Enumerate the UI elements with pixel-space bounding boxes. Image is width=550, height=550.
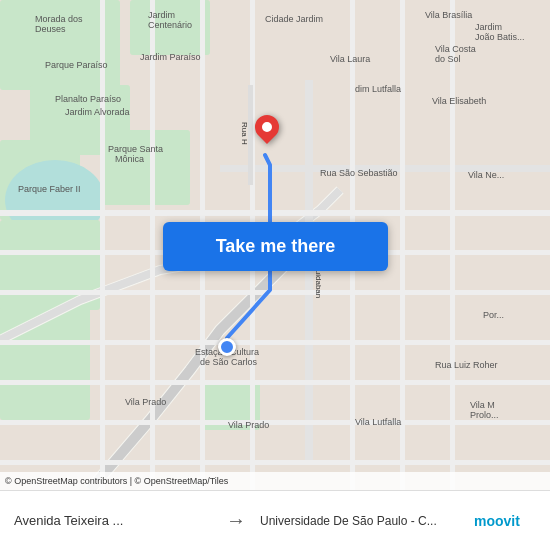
bottom-navigation-bar: Avenida Teixeira ... → Universidade De S… xyxy=(0,490,550,550)
svg-rect-27 xyxy=(100,0,105,490)
svg-text:Jardim Alvorada: Jardim Alvorada xyxy=(65,107,130,117)
svg-text:Por...: Por... xyxy=(483,310,504,320)
svg-text:Parque Santa: Parque Santa xyxy=(108,144,163,154)
svg-text:Vila Laura: Vila Laura xyxy=(330,54,370,64)
svg-text:Deuses: Deuses xyxy=(35,24,66,34)
svg-text:Vila Prado: Vila Prado xyxy=(228,420,269,430)
svg-text:Rua H: Rua H xyxy=(240,122,249,145)
svg-text:Planalto Paraíso: Planalto Paraíso xyxy=(55,94,121,104)
svg-text:Parque Faber II: Parque Faber II xyxy=(18,184,81,194)
svg-text:Rua Luiz Roher: Rua Luiz Roher xyxy=(435,360,498,370)
take-me-there-button[interactable]: Take me there xyxy=(163,222,388,271)
current-location-marker xyxy=(218,338,236,356)
svg-text:de São Carlos: de São Carlos xyxy=(200,357,258,367)
svg-rect-16 xyxy=(0,290,550,295)
moovit-logo: moovit xyxy=(464,506,542,536)
svg-rect-25 xyxy=(450,0,455,490)
svg-text:Vila Costa: Vila Costa xyxy=(435,44,476,54)
map-container: Morada dos Deuses Jardim Centenário Cida… xyxy=(0,0,550,490)
from-location: Avenida Teixeira ... xyxy=(8,513,218,528)
svg-rect-17 xyxy=(0,340,550,345)
attribution-text: © OpenStreetMap contributors | © OpenStr… xyxy=(5,476,228,486)
moovit-logo-svg: moovit xyxy=(472,506,542,536)
svg-text:João Batis...: João Batis... xyxy=(475,32,525,42)
svg-text:Cidade Jardim: Cidade Jardim xyxy=(265,14,323,24)
svg-text:Morada dos: Morada dos xyxy=(35,14,83,24)
svg-text:Vila Brasília: Vila Brasília xyxy=(425,10,472,20)
svg-text:do Sol: do Sol xyxy=(435,54,461,64)
svg-text:Parque Paraíso: Parque Paraíso xyxy=(45,60,108,70)
svg-text:Jardim Paraíso: Jardim Paraíso xyxy=(140,52,201,62)
map-attribution: © OpenStreetMap contributors | © OpenStr… xyxy=(0,472,550,490)
svg-text:Vila Lutfalla: Vila Lutfalla xyxy=(355,417,401,427)
svg-text:Mônica: Mônica xyxy=(115,154,144,164)
svg-text:dim Lutfalla: dim Lutfalla xyxy=(355,84,401,94)
svg-text:Rua São Sebastião: Rua São Sebastião xyxy=(320,168,398,178)
svg-text:Vila M: Vila M xyxy=(470,400,495,410)
svg-text:moovit: moovit xyxy=(474,513,520,529)
svg-rect-4 xyxy=(100,130,190,205)
arrow-icon: → xyxy=(218,509,254,532)
svg-rect-20 xyxy=(0,460,550,465)
svg-text:Prolo...: Prolo... xyxy=(470,410,499,420)
svg-text:Jardim: Jardim xyxy=(475,22,502,32)
svg-text:Vila Elisabeth: Vila Elisabeth xyxy=(432,96,486,106)
svg-rect-18 xyxy=(0,380,550,385)
svg-text:Centenário: Centenário xyxy=(148,20,192,30)
svg-text:Vila Ne...: Vila Ne... xyxy=(468,170,504,180)
from-location-text: Avenida Teixeira ... xyxy=(14,513,212,528)
svg-rect-26 xyxy=(150,0,155,490)
to-location: Universidade De São Paulo - C... xyxy=(254,514,464,528)
svg-text:Jardim: Jardim xyxy=(148,10,175,20)
to-location-text: Universidade De São Paulo - C... xyxy=(260,514,458,528)
svg-rect-14 xyxy=(0,210,550,216)
svg-text:Vila Prado: Vila Prado xyxy=(125,397,166,407)
svg-rect-19 xyxy=(0,420,550,425)
